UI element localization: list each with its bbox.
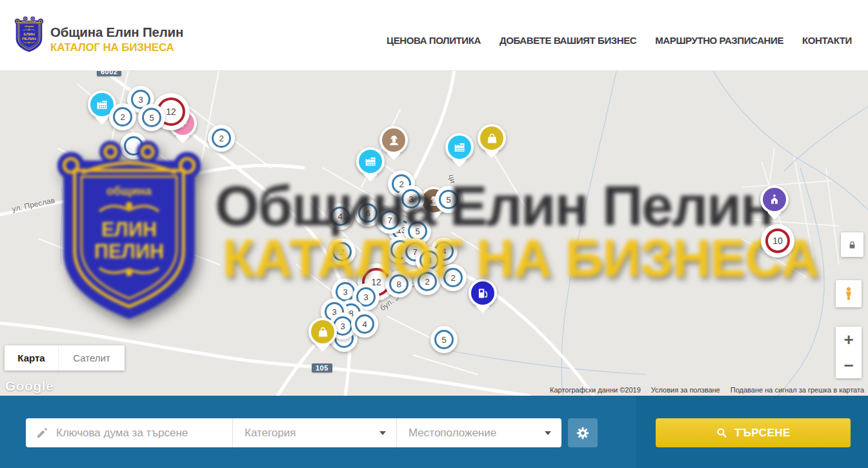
google-logo[interactable]: Google <box>5 378 54 394</box>
search-icon <box>716 427 728 439</box>
map-type-control: Карта Сателит <box>5 345 125 371</box>
main-nav: ЦЕНОВА ПОЛИТИКАДОБАВЕТЕ ВАШИЯТ БИЗНЕСМАР… <box>387 35 852 46</box>
keyword-section <box>26 418 232 447</box>
padlock-icon <box>847 239 858 250</box>
keyword-search-input[interactable] <box>56 427 227 440</box>
map-attribution: Картографски данни ©2019Условия за ползв… <box>550 386 864 394</box>
attribution-link[interactable]: Условия за ползване <box>651 386 720 394</box>
attribution-link[interactable]: Подаване на сигнал за грешка в картата <box>731 386 864 394</box>
lock-control[interactable] <box>841 232 863 257</box>
pencil-icon <box>35 427 48 440</box>
nav-item-0[interactable]: ЦЕНОВА ПОЛИТИКА <box>387 35 481 46</box>
advanced-settings-button[interactable] <box>568 418 598 447</box>
site-subtitle: КАТАЛОГ НА БИЗНЕСА <box>50 41 183 54</box>
nav-item-3[interactable]: КОНТАКТИ <box>802 35 852 46</box>
category-select[interactable]: Категория <box>233 418 396 447</box>
zoom-control: + − <box>836 327 862 378</box>
map-view-button[interactable]: Карта <box>5 345 59 371</box>
location-select[interactable]: Местоположение <box>397 418 561 447</box>
map-pin-church[interactable] <box>760 185 789 214</box>
site-logo[interactable]: Община Елин Пелин КАТАЛОГ НА БИЗНЕСА <box>14 15 183 54</box>
search-button[interactable]: ТЪРСЕНЕ <box>656 418 851 447</box>
zoom-out-button[interactable]: − <box>836 352 862 378</box>
zoom-in-button[interactable]: + <box>836 327 862 352</box>
attribution-text: Картографски данни ©2019 <box>550 386 641 394</box>
nav-item-1[interactable]: ДОБАВЕТЕ ВАШИЯТ БИЗНЕС <box>500 35 636 46</box>
municipality-crest-icon <box>14 15 44 53</box>
street-view-pegman[interactable] <box>836 280 862 307</box>
search-bar: Категория Местоположение ТЪРСЕНЕ <box>0 396 868 468</box>
header: Община Елин Пелин КАТАЛОГ НА БИЗНЕСА ЦЕН… <box>0 0 868 71</box>
search-input-group: Категория Местоположение <box>26 418 561 447</box>
category-placeholder: Категория <box>245 427 379 440</box>
chevron-down-icon <box>379 431 386 435</box>
location-placeholder: Местоположение <box>409 427 545 440</box>
satellite-view-button[interactable]: Сателит <box>59 345 125 371</box>
gear-icon <box>576 426 590 440</box>
search-button-label: ТЪРСЕНЕ <box>734 427 791 440</box>
site-title: Община Елин Пелин <box>50 25 183 40</box>
map-canvas[interactable]: ул. Преславбул. „Новоселци6002105 312252… <box>0 71 868 396</box>
chevron-down-icon <box>545 431 551 435</box>
markers-layer-top: 10 <box>0 71 868 396</box>
map-cluster[interactable]: 10 <box>761 224 794 258</box>
nav-item-2[interactable]: МАРШРУТНО РАЗПИСАНИЕ <box>655 35 783 46</box>
pegman-icon <box>841 286 856 301</box>
